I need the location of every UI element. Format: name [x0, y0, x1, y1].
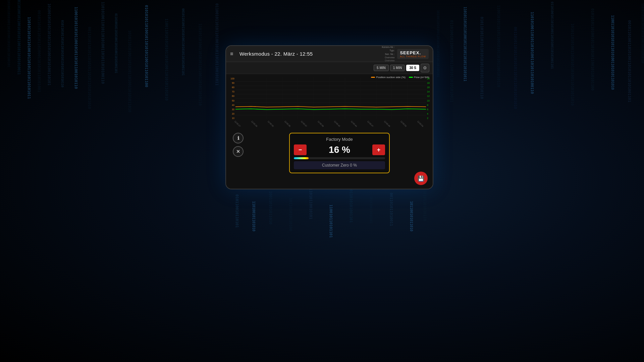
- device-info-line1: Kennn-Nr.:: [382, 46, 394, 49]
- device-info-line3: Ser. Nr.:: [382, 53, 394, 56]
- app-header: ≡ Werksmodus - 22. März - 12:55 Kennn-Nr…: [226, 46, 433, 62]
- btn-5min[interactable]: 5 MIN: [374, 65, 389, 71]
- factory-controls: − 16 % +: [294, 144, 385, 155]
- x-axis: 12:55:27 12:55:29 12:55:32 12:55:35 12:5…: [235, 119, 426, 129]
- info-icon: ℹ: [237, 135, 239, 141]
- overview-sub: Overview: [382, 59, 394, 62]
- increase-button[interactable]: +: [372, 144, 385, 155]
- factory-mode-title: Factory Mode: [294, 137, 385, 142]
- y-axis-left: 100 90 80 70 60 50 40 30 20 10: [226, 77, 235, 119]
- info-button[interactable]: ℹ: [233, 133, 244, 143]
- btn-1min[interactable]: 1 MIN: [390, 65, 405, 71]
- device-info: Kennn-Nr.: Typ: Ser. Nr.: Overview Overv…: [382, 46, 394, 62]
- factory-bar: [294, 157, 385, 159]
- header-right: Kennn-Nr.: Typ: Ser. Nr.: Overview Overv…: [382, 46, 429, 62]
- seepex-tagline: ALL THINGS FLOW: [400, 55, 426, 58]
- side-buttons: ℹ ✕: [233, 133, 244, 157]
- close-button[interactable]: ✕: [233, 146, 244, 157]
- overview-label: Overview: [382, 56, 394, 59]
- header-title: Werksmodus - 22. März - 12:55: [239, 51, 379, 57]
- hamburger-menu-icon[interactable]: ≡: [230, 51, 237, 57]
- customer-zero-display: Customer Zero 0 %: [294, 161, 385, 169]
- decrease-button[interactable]: −: [294, 144, 307, 155]
- settings-button[interactable]: ⚙: [421, 64, 429, 72]
- device-info-line2: Typ:: [382, 49, 394, 52]
- btn-30s[interactable]: 30 S: [406, 65, 419, 71]
- chart-area: Position suction side (%) Flow (m^3/h) 1…: [226, 74, 433, 129]
- seepex-logo: SEEPEX.: [400, 50, 426, 55]
- tablet-frame: ≡ Werksmodus - 22. März - 12:55 Kennn-Nr…: [225, 45, 433, 189]
- factory-value: 16 %: [309, 144, 370, 155]
- seepex-logo-container: SEEPEX. ALL THINGS FLOW: [397, 49, 429, 59]
- factory-bar-fill: [294, 157, 309, 159]
- toolbar: 5 MIN 1 MIN 30 S ⚙: [226, 62, 433, 74]
- y-axis-right: 20 18 16 14 12 10 8 6 4 2: [426, 77, 433, 119]
- close-icon: ✕: [236, 149, 240, 154]
- bottom-panel: ℹ ✕ Factory Mode − 16 % + Customer Zero …: [226, 129, 433, 189]
- save-button[interactable]: 💾: [414, 172, 428, 185]
- save-icon: 💾: [418, 175, 424, 182]
- factory-panel: Factory Mode − 16 % + Customer Zero 0 %: [289, 133, 390, 173]
- chart-svg: [235, 77, 426, 119]
